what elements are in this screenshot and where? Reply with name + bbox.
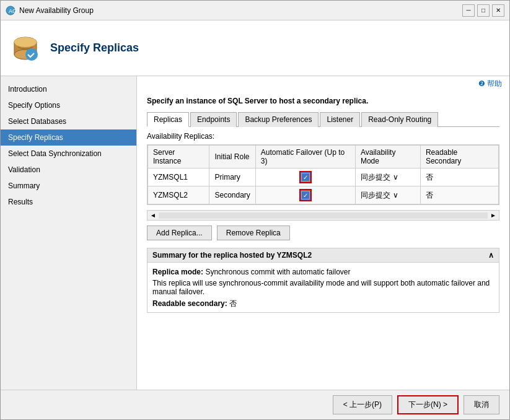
cancel-button[interactable]: 取消 <box>464 395 499 414</box>
sidebar-item-specify-replicas[interactable]: Specify Replicas <box>1 129 136 146</box>
table-row: YZMSQL1 Primary ✓ <box>148 168 499 186</box>
sidebar-item-introduction[interactable]: Introduction <box>1 81 136 97</box>
main-content: Introduction Specify Options Select Data… <box>1 76 509 390</box>
dropdown-arrow-2[interactable]: ∨ <box>393 191 398 199</box>
sidebar: Introduction Specify Options Select Data… <box>1 76 137 390</box>
col-initial-role: Initial Role <box>209 146 255 168</box>
scroll-right-arrow[interactable]: ► <box>488 212 499 219</box>
replicas-table: Server Instance Initial Role Automatic F… <box>147 145 499 204</box>
remove-replica-button[interactable]: Remove Replica <box>217 225 290 240</box>
close-button[interactable]: ✕ <box>492 4 504 17</box>
sidebar-item-select-databases[interactable]: Select Databases <box>1 113 136 129</box>
sidebar-item-validation[interactable]: Validation <box>1 162 136 178</box>
title-bar-controls: ─ □ ✕ <box>462 4 504 17</box>
initial-role-cell-2: Secondary <box>209 186 255 204</box>
window-icon: AG <box>6 6 15 15</box>
window-title: New Availability Group <box>19 6 94 15</box>
svg-point-5 <box>14 37 37 47</box>
tab-endpoints[interactable]: Endpoints <box>190 112 237 127</box>
main-window: AG New Availability Group ─ □ ✕ <box>0 0 510 420</box>
summary-replica-mode: Replica mode: Synchronous commit with au… <box>152 268 494 276</box>
content-area: ❷ 帮助 Specify an instance of SQL Server t… <box>137 76 509 390</box>
tab-bar: Replicas Endpoints Backup Preferences Li… <box>147 112 499 127</box>
summary-body: Replica mode: Synchronous commit with au… <box>147 263 499 312</box>
auto-failover-checkbox-2[interactable]: ✓ <box>299 189 312 201</box>
help-link[interactable]: ❷ 帮助 <box>478 79 502 89</box>
scroll-track[interactable] <box>159 212 488 219</box>
footer: < 上一步(P) 下一步(N) > 取消 <box>1 390 509 419</box>
col-availability-mode: Availability Mode <box>355 146 420 168</box>
summary-section: Summary for the replica hosted by YZMSQL… <box>147 248 499 313</box>
scroll-left-arrow[interactable]: ◄ <box>147 212 159 219</box>
sidebar-item-specify-options[interactable]: Specify Options <box>1 97 136 113</box>
initial-role-cell: Primary <box>209 168 255 186</box>
readable-secondary-cell-2: 否 <box>420 186 498 204</box>
availability-mode-select-2: 同步提交 ∨ <box>361 190 415 201</box>
horizontal-scrollbar[interactable]: ◄ ► <box>147 210 499 221</box>
summary-description: This replica will use synchronous-commit… <box>152 279 494 296</box>
svg-point-6 <box>25 48 38 61</box>
help-bar: ❷ 帮助 <box>137 76 509 92</box>
availability-mode-select-1: 同步提交 ∨ <box>361 172 415 183</box>
tab-backup-preferences[interactable]: Backup Preferences <box>238 112 319 127</box>
replicas-table-container[interactable]: Server Instance Initial Role Automatic F… <box>147 144 499 205</box>
checkbox-check-2: ✓ <box>301 191 310 199</box>
availability-mode-cell-2: 同步提交 ∨ <box>355 186 420 204</box>
header-section: Specify Replicas <box>1 20 509 76</box>
next-button[interactable]: 下一步(N) > <box>397 395 459 414</box>
minimize-button[interactable]: ─ <box>462 4 475 17</box>
title-bar-left: AG New Availability Group <box>6 6 94 15</box>
tab-replicas[interactable]: Replicas <box>147 112 189 127</box>
instruction-text: Specify an instance of SQL Server to hos… <box>147 97 499 105</box>
dropdown-arrow-1[interactable]: ∨ <box>393 173 398 182</box>
title-bar: AG New Availability Group ─ □ ✕ <box>1 1 509 20</box>
table-row: YZMSQL2 Secondary ✓ <box>148 186 499 204</box>
summary-readable-secondary: Readable secondary: 否 <box>152 299 494 309</box>
server-instance-cell-2: YZMSQL2 <box>148 186 209 204</box>
summary-collapse-icon[interactable]: ∧ <box>488 251 494 260</box>
summary-header: Summary for the replica hosted by YZMSQL… <box>147 248 499 263</box>
readable-secondary-cell-1: 否 <box>420 168 498 186</box>
tab-read-only-routing[interactable]: Read-Only Routing <box>361 112 438 127</box>
checkbox-check-1: ✓ <box>301 173 310 182</box>
sidebar-item-select-data-sync[interactable]: Select Data Synchronization <box>1 146 136 162</box>
availability-mode-cell-1: 同步提交 ∨ <box>355 168 420 186</box>
auto-failover-cell-1: ✓ <box>255 168 355 186</box>
sidebar-item-summary[interactable]: Summary <box>1 178 136 194</box>
server-instance-cell: YZMSQL1 <box>148 168 209 186</box>
button-row: Add Replica... Remove Replica <box>147 225 499 240</box>
sidebar-item-results[interactable]: Results <box>1 194 136 210</box>
col-readable-secondary: Readable Secondary <box>420 146 498 168</box>
back-button[interactable]: < 上一步(P) <box>333 395 392 414</box>
auto-failover-checkbox-1[interactable]: ✓ <box>299 171 312 183</box>
auto-failover-cell-2: ✓ <box>255 186 355 204</box>
page-title: Specify Replicas <box>50 42 139 55</box>
window-body: Specify Replicas Introduction Specify Op… <box>1 20 509 419</box>
availability-label: Availability Replicas: <box>147 132 499 141</box>
tab-listener[interactable]: Listener <box>320 112 360 127</box>
add-replica-button[interactable]: Add Replica... <box>147 225 212 240</box>
svg-text:AG: AG <box>9 8 15 14</box>
content-inner: Specify an instance of SQL Server to hos… <box>137 92 509 390</box>
col-server-instance: Server Instance <box>148 146 209 168</box>
header-icon <box>11 33 40 63</box>
maximize-button[interactable]: □ <box>477 4 490 17</box>
col-auto-failover: Automatic Failover (Up to 3) <box>255 146 355 168</box>
